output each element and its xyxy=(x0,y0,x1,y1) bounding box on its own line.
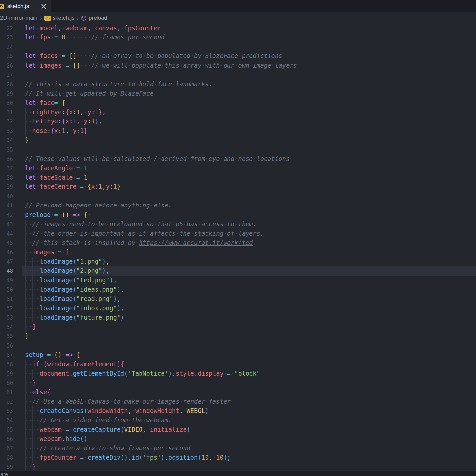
code-line-content[interactable]: //·It·will·get·updated·by·BlazeFace xyxy=(22,89,476,98)
breadcrumb-symbol[interactable]: preload xyxy=(81,15,107,21)
line-number[interactable]: 32 xyxy=(0,117,22,126)
code-line-content[interactable] xyxy=(22,70,476,79)
code-line-content[interactable]: ····loadImage("ideas.png"), xyxy=(22,285,476,294)
code-line-content[interactable]: //·Preload·happens·before·anything·else. xyxy=(22,201,476,210)
line-number[interactable]: 44 xyxy=(0,229,22,238)
code-line-content[interactable]: preload·=·()·=>·{· xyxy=(22,210,476,220)
code-line-content[interactable]: let·faceCentre·=·{x:1,y:1} xyxy=(22,182,476,191)
line-number[interactable]: 41 xyxy=(0,201,22,210)
line-number[interactable]: 36 xyxy=(0,154,22,163)
code-line-content[interactable]: ··else{ xyxy=(22,388,476,397)
line-number[interactable]: 52 xyxy=(0,304,22,313)
code-line-content[interactable]: ····createCanvas(windowWidth,·windowHeig… xyxy=(22,406,476,416)
code-editor[interactable]: 22let·model,·webcam,·canvas,·fpsCounter2… xyxy=(0,24,476,476)
code-line-content[interactable]: ··}· xyxy=(22,463,476,472)
code-line-content[interactable]: ··if·(window.frameElement){ xyxy=(22,360,476,369)
line-number[interactable]: 69 xyxy=(0,463,22,472)
line-number[interactable]: 48 xyxy=(0,266,22,275)
code-line-content[interactable]: ····webcam.hide() xyxy=(22,434,476,444)
code-line-content[interactable]: //·This·is·a·data·structure·to·hold·face… xyxy=(22,80,476,89)
line-number[interactable]: 45 xyxy=(0,238,22,248)
line-number[interactable]: 62 xyxy=(0,397,22,406)
line-number[interactable]: 50 xyxy=(0,285,22,294)
line-number[interactable]: 61 xyxy=(0,388,22,397)
tab-sketch-js[interactable]: JS sketch.js × xyxy=(0,0,51,12)
line-number[interactable]: 24 xyxy=(0,42,22,52)
line-number[interactable]: 47 xyxy=(0,257,22,266)
line-number[interactable]: 67 xyxy=(0,444,22,453)
code-line-content[interactable]: } xyxy=(22,332,476,341)
line-number[interactable]: 23 xyxy=(0,33,22,42)
line-number[interactable]: 27 xyxy=(0,70,22,79)
line-number[interactable]: 34 xyxy=(0,136,22,145)
line-number[interactable]: 63 xyxy=(0,406,22,416)
code-line-content[interactable]: ····loadImage("read.png"), xyxy=(22,294,476,304)
line-number[interactable]: 60 xyxy=(0,379,22,388)
line-number[interactable]: 37 xyxy=(0,164,22,173)
line-number[interactable]: 26 xyxy=(0,61,22,70)
line-number[interactable]: 53 xyxy=(0,313,22,322)
breadcrumb-folder[interactable]: 2D-mirror-main xyxy=(0,15,37,21)
code-line-content[interactable]: ····loadImage("inbox.png"), xyxy=(22,304,476,313)
code-line-content[interactable] xyxy=(22,42,476,52)
code-line-content[interactable]: ····loadImage("ted.png"), xyxy=(22,276,476,285)
code-line-content[interactable]: ····loadImage("future.png") xyxy=(22,313,476,322)
line-number[interactable]: 57 xyxy=(0,350,22,359)
line-number[interactable]: 42 xyxy=(0,210,22,220)
line-number[interactable]: 40 xyxy=(0,192,22,201)
line-number[interactable]: 33 xyxy=(0,126,22,136)
line-number[interactable]: 59 xyxy=(0,369,22,378)
line-number[interactable]: 22 xyxy=(0,24,22,33)
line-number[interactable]: 29 xyxy=(0,89,22,98)
code-line-content[interactable]: ····loadImage("2.png"), xyxy=(22,266,476,275)
line-number[interactable]: 54 xyxy=(0,322,22,332)
code-line-content[interactable]: let·faces·=·[]····//·an·array·to·be·popu… xyxy=(22,52,476,61)
code-line-content[interactable]: let·face=·{ xyxy=(22,98,476,108)
code-line-content[interactable]: ··rightEye:{x:1,·y:1}, xyxy=(22,108,476,117)
line-number[interactable]: 65 xyxy=(0,425,22,434)
code-line-content[interactable]: } xyxy=(22,136,476,145)
line-number[interactable]: 58 xyxy=(0,360,22,369)
line-number[interactable]: 30 xyxy=(0,98,22,108)
line-number[interactable]: 35 xyxy=(0,145,22,154)
code-line-content[interactable] xyxy=(22,192,476,201)
code-line-content[interactable]: let·fps·=·0·······//·frames·per·second xyxy=(22,33,476,42)
line-number[interactable]: 25 xyxy=(0,52,22,61)
line-number[interactable]: 49 xyxy=(0,276,22,285)
code-line-content[interactable]: ····fpsCounter·=·createDiv().id('fps').p… xyxy=(22,453,476,462)
code-line-content[interactable]: ····loadImage("1.png"), xyxy=(22,257,476,266)
code-line-content[interactable]: ··//·this·stack·is·inspired·by·https://w… xyxy=(22,238,476,248)
code-line-content[interactable]: let·images·=·[]···//·we·will·populate·th… xyxy=(22,61,476,70)
line-number[interactable]: 66 xyxy=(0,434,22,444)
code-line-content[interactable]: ··//·the·order·is·important·as·it·affect… xyxy=(22,229,476,238)
code-line-content[interactable]: ··] xyxy=(22,322,476,332)
line-number[interactable]: 68 xyxy=(0,453,22,462)
breadcrumb-file[interactable]: JS sketch.js xyxy=(44,15,75,21)
code-line-content[interactable]: ····document.getElementById('TabNotice')… xyxy=(22,369,476,378)
line-number[interactable]: 28 xyxy=(0,80,22,89)
line-number[interactable]: 43 xyxy=(0,220,22,229)
code-line-content[interactable]: //·These·values·will·be·calculated·/·der… xyxy=(22,154,476,163)
code-line-content[interactable]: ··//·images·need·to·be·preloaded·so·that… xyxy=(22,220,476,229)
code-line-content[interactable] xyxy=(22,341,476,350)
code-line-content[interactable]: let·faceAngle·=·1 xyxy=(22,164,476,173)
code-line-content[interactable] xyxy=(22,145,476,154)
line-number[interactable]: 51 xyxy=(0,294,22,304)
code-line-content[interactable]: ··} xyxy=(22,379,476,388)
line-number[interactable]: 39 xyxy=(0,182,22,191)
code-line-content[interactable]: ··nose:{x:1,·y:1} xyxy=(22,126,476,136)
code-line-content[interactable]: let·model,·webcam,·canvas,·fpsCounter xyxy=(22,24,476,33)
line-number[interactable]: 38 xyxy=(0,173,22,182)
code-line-content[interactable]: ····//·Get·a·video·feed·from·the·webcam. xyxy=(22,416,476,425)
code-line-content[interactable]: ··leftEye:{x:1,·y:1}, xyxy=(22,117,476,126)
code-line-content[interactable]: ····webcam·=·createCapture(VIDEO,·initia… xyxy=(22,425,476,434)
close-tab-icon[interactable]: × xyxy=(40,2,47,10)
code-line-content[interactable]: ····//·create·a·div·to·show·frames·per·s… xyxy=(22,444,476,453)
code-line-content[interactable]: let·faceScale·=·1 xyxy=(22,173,476,182)
line-number[interactable]: 31 xyxy=(0,108,22,117)
line-number[interactable]: 56 xyxy=(0,341,22,350)
code-line-content[interactable]: ··images·=·[· xyxy=(22,248,476,257)
line-number[interactable]: 55 xyxy=(0,332,22,341)
line-number[interactable]: 46 xyxy=(0,248,22,257)
code-line-content[interactable]: ··//·Use·a·WebGL·Canvas·to·make·our·imag… xyxy=(22,397,476,406)
